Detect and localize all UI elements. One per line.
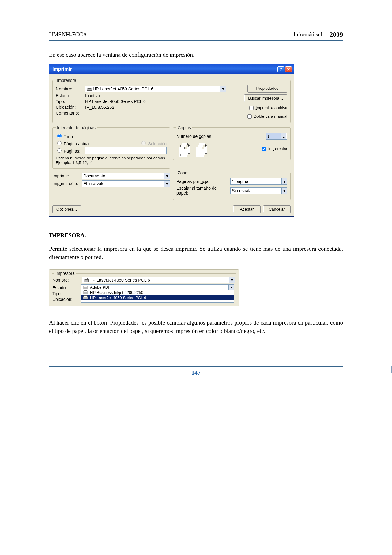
scroll-up-icon[interactable]: ▲ (228, 285, 234, 290)
printer-icon (87, 87, 92, 91)
print-only-value: El intervalo (83, 181, 104, 186)
printer-icon (83, 295, 88, 300)
printer-dropdown-figure: Impresora Nombre: HP LaserJet 4050 Serie… (49, 269, 239, 306)
scale-select[interactable]: Sin escala ▾ (230, 187, 287, 194)
copies-group: Copias Número de copias: ▲▼ 3 (173, 125, 291, 160)
copies-legend: Copias (176, 125, 192, 130)
printer-name-select[interactable]: HP LaserJet 4050 Series PCL 6 ▾ (85, 86, 226, 92)
section-body: Permite seleccionar la impresora en la q… (49, 245, 343, 261)
printer2-selected: HP LaserJet 4050 Series PCL 6 (89, 278, 150, 283)
list-item-selected[interactable]: HP LaserJet 4050 Series PCL 6 (81, 295, 234, 300)
copies-value[interactable] (266, 133, 281, 139)
print-what-label: Imprimir: (52, 173, 80, 178)
properties-button[interactable]: Propiedades (247, 85, 287, 93)
chevron-down-icon: ▾ (220, 86, 226, 92)
value-location: IP_10.8.56.252 (85, 105, 114, 110)
print-to-file-checkbox[interactable]: Imprimir a archivo (248, 105, 287, 111)
pages-per-sheet-value: 1 página (232, 179, 248, 184)
page-footer: 147 (49, 366, 343, 376)
chevron-down-icon: ▾ (281, 178, 287, 184)
label2-state: Estado: (52, 285, 67, 290)
label2-name: Nombre: (52, 278, 80, 283)
label-state: Estado: (56, 93, 83, 98)
printer-group-legend: Impresora (56, 78, 77, 83)
page-number: 147 (191, 369, 201, 376)
help-icon[interactable]: ? (277, 66, 284, 72)
options-button[interactable]: Opciones… (52, 205, 81, 213)
value-type: HP LaserJet 4050 Series PCL 6 (85, 99, 146, 104)
printer2-legend: Impresora (54, 271, 76, 276)
ok-button[interactable]: Aceptar (233, 205, 261, 213)
collate-graphic: 3 2 1 3 2 1 (179, 143, 207, 157)
radio-pages[interactable]: Páginas: (56, 147, 83, 154)
header-course: Informática I (294, 32, 326, 38)
chevron-down-icon: ▾ (164, 181, 170, 187)
copies-label: Número de copias: (176, 134, 213, 139)
dialog-title: Imprimir (52, 67, 72, 72)
print-dialog: Imprimir ? ✕ Impresora Nombre: HP LaserJ… (49, 64, 294, 217)
pages-hint: Escriba números de página e intervalos s… (56, 156, 167, 165)
properties-inline: Propiedades (109, 319, 140, 326)
header-left: UMSNH-FCCA (49, 31, 87, 38)
pages-per-sheet-select[interactable]: 1 página ▾ (230, 178, 287, 185)
pages-input[interactable] (85, 147, 167, 154)
list-item[interactable]: HP Business Inkjet 2200/2250 (81, 290, 234, 295)
chevron-down-icon: ▾ (281, 188, 287, 194)
chevron-down-icon: ▾ (164, 173, 170, 179)
collate-checkbox[interactable]: Intercalar (261, 146, 287, 152)
label-comment: Comentario: (56, 111, 83, 116)
after-text: Al hacer clic en el botón Propiedades es… (49, 318, 343, 335)
value-state: Inactivo (85, 93, 100, 98)
page-range-legend: Intervalo de páginas (56, 125, 97, 130)
section-title: IMPRESORA. (49, 232, 343, 239)
cancel-button[interactable]: Cancelar (263, 205, 291, 213)
label-name: Nombre: (56, 86, 83, 91)
pages-per-sheet-label: Páginas por hoja: (176, 179, 228, 184)
header-year: 2009 (330, 31, 343, 39)
print-only-select[interactable]: El intervalo ▾ (82, 180, 170, 187)
printer-icon (83, 290, 88, 295)
scale-label: Escalar al tamaño del papel: (176, 186, 228, 196)
document-header: UMSNH-FCCA Informática I 2009 (49, 31, 343, 41)
radio-current[interactable]: Página actual (56, 140, 90, 146)
printer-name-value: HP LaserJet 4050 Series PCL 6 (93, 86, 153, 91)
label2-type: Tipo: (52, 291, 62, 296)
printer-icon (83, 278, 88, 282)
label2-location: Ubicación: (52, 297, 72, 302)
spinner-down-icon[interactable]: ▼ (281, 136, 286, 139)
page-range-group: Intervalo de páginas Todo Página actual … (52, 125, 170, 169)
printer2-select[interactable]: HP LaserJet 4050 Series PCL 6 ▾ (82, 277, 235, 283)
printer-icon (83, 285, 88, 289)
print-only-label: Imprimir sólo: (52, 181, 80, 186)
find-printer-button[interactable]: Buscar impresora… (244, 94, 287, 102)
radio-all[interactable]: Todo (56, 133, 73, 139)
radio-selection: Selección (140, 140, 167, 146)
dialog-titlebar: Imprimir ? ✕ (49, 64, 294, 74)
list-item[interactable]: Adobe PDF (81, 285, 234, 290)
label-location: Ubicación: (56, 105, 83, 110)
printer-dropdown-list[interactable]: ▲ Adobe PDF HP Business Inkjet 2200/2250… (81, 284, 234, 303)
intro-text: En ese caso aparece la ventana de config… (49, 51, 343, 59)
print-what-select[interactable]: Documento ▾ (82, 173, 170, 179)
zoom-group: Zoom Páginas por hoja: 1 página ▾ Escala… (173, 170, 291, 200)
close-icon[interactable]: ✕ (285, 66, 292, 72)
zoom-legend: Zoom (176, 170, 190, 175)
label-type: Tipo: (56, 99, 83, 104)
chevron-down-icon: ▾ (229, 277, 235, 283)
manual-duplex-checkbox[interactable]: Doble cara manual (246, 113, 287, 120)
print-what-value: Documento (83, 173, 105, 178)
spinner-up-icon[interactable]: ▲ (281, 133, 286, 136)
copies-spinner[interactable]: ▲▼ (266, 133, 287, 140)
printer-group: Impresora Nombre: HP LaserJet 4050 Serie… (52, 78, 291, 123)
scale-value: Sin escala (232, 188, 252, 193)
